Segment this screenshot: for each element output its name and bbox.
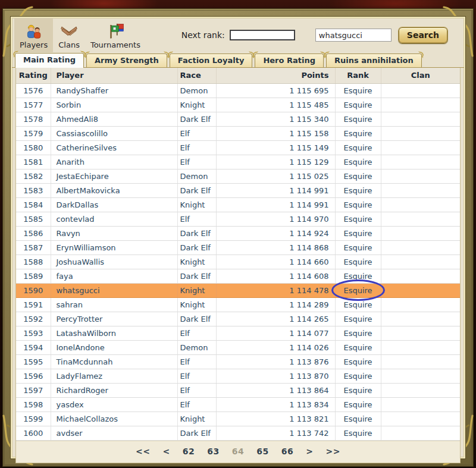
points-cell: 1 113 864: [216, 383, 335, 397]
race-cell: Elf: [177, 126, 216, 140]
tab-ruins-annihilation[interactable]: Ruins annihilation: [326, 54, 422, 67]
clan-cell: [381, 312, 460, 326]
points-cell: 1 115 340: [216, 112, 335, 126]
page-link[interactable]: 65: [256, 447, 268, 456]
player-cell[interactable]: contevlad: [51, 212, 177, 226]
nav-item-players[interactable]: Players: [14, 18, 53, 52]
rating-cell: 1600: [16, 426, 51, 440]
rating-cell: 1594: [16, 340, 51, 354]
points-cell: 1 114 289: [216, 297, 335, 312]
nav-item-label: Players: [20, 40, 48, 49]
player-cell[interactable]: LadyFlamez: [51, 369, 177, 383]
page-link[interactable]: <: [163, 447, 170, 456]
race-cell: Knight: [177, 197, 216, 212]
clan-cell: [381, 283, 460, 297]
rating-cell: 1589: [16, 269, 51, 283]
table-row: 1593LatashaWilbornElf1 114 077Esquire: [16, 326, 460, 340]
race-cell: Elf: [177, 155, 216, 169]
player-cell[interactable]: Ravyn: [51, 226, 177, 240]
column-header-clan: Clan: [381, 68, 460, 83]
points-cell: 1 114 970: [216, 212, 335, 226]
points-cell: 1 115 025: [216, 169, 335, 183]
pagination: <<<6263646566>>>: [16, 441, 460, 463]
table-row: 1578AhmedAli8Dark Elf1 115 340Esquire: [16, 112, 460, 126]
player-cell[interactable]: JoshuaWallis: [51, 255, 177, 269]
nav-item-tournaments[interactable]: Tournaments: [85, 18, 146, 52]
rank-cell: Esquire: [335, 369, 381, 383]
points-cell: 1 115 485: [216, 98, 335, 112]
points-cell: 1 114 077: [216, 326, 335, 340]
rating-cell: 1588: [16, 255, 51, 269]
player-cell[interactable]: sahran: [51, 297, 177, 312]
player-cell[interactable]: TinaMcdunnah: [51, 354, 177, 369]
clan-cell: [381, 226, 460, 240]
table-row: 1587ErynWilliamsonDark Elf1 114 868Esqui…: [16, 240, 460, 255]
player-cell[interactable]: Cassiascolillo: [51, 126, 177, 140]
player-cell[interactable]: RandyShaffer: [51, 83, 177, 98]
points-cell: 1 114 868: [216, 240, 335, 255]
page-link[interactable]: 63: [207, 447, 219, 456]
player-cell[interactable]: Anarith: [51, 155, 177, 169]
rank-cell: Esquire: [335, 397, 381, 412]
nav-item-clans[interactable]: Clans: [53, 18, 85, 52]
rank-cell: Esquire: [335, 126, 381, 140]
player-cell[interactable]: whatsgucci: [51, 283, 177, 297]
points-cell: 1 115 129: [216, 155, 335, 169]
table-row: 1581AnarithElf1 115 129Esquire: [16, 155, 460, 169]
next-rank-input[interactable]: [230, 30, 295, 40]
table-row: 1598yasdexElf1 113 834Esquire: [16, 397, 460, 412]
tab-faction-loyalty[interactable]: Faction Loyalty: [170, 54, 253, 67]
page-link[interactable]: >: [306, 447, 313, 456]
table-row: 1589fayaDark Elf1 114 608Esquire: [16, 269, 460, 283]
rating-cell: 1579: [16, 126, 51, 140]
player-cell[interactable]: DarkDallas: [51, 197, 177, 212]
points-cell: 1 114 991: [216, 183, 335, 197]
nav-item-label: Clans: [58, 40, 80, 49]
player-cell[interactable]: LatashaWilborn: [51, 326, 177, 340]
player-cell[interactable]: PercyTrotter: [51, 312, 177, 326]
player-cell[interactable]: JestaEchipare: [51, 169, 177, 183]
tournaments-icon: [107, 22, 124, 40]
search-input[interactable]: [315, 29, 392, 42]
rank-cell: Esquire: [335, 140, 381, 155]
race-cell: Knight: [177, 297, 216, 312]
player-cell[interactable]: MichaelCollazos: [51, 412, 177, 426]
rank-cell: Esquire: [335, 98, 381, 112]
player-cell[interactable]: RichardRoger: [51, 383, 177, 397]
race-cell: Dark Elf: [177, 112, 216, 126]
tab-army-strength[interactable]: Army Strength: [86, 54, 167, 67]
player-cell[interactable]: IonelAndone: [51, 340, 177, 354]
player-cell[interactable]: ErynWilliamson: [51, 240, 177, 255]
race-cell: Dark Elf: [177, 226, 216, 240]
clan-cell: [381, 397, 460, 412]
player-cell[interactable]: yasdex: [51, 397, 177, 412]
player-cell[interactable]: CatherineSilves: [51, 140, 177, 155]
table-row: 1595TinaMcdunnahElf1 113 876Esquire: [16, 354, 460, 369]
player-cell[interactable]: Sorbin: [51, 98, 177, 112]
tab-hero-rating[interactable]: Hero Rating: [255, 54, 324, 67]
race-cell: Elf: [177, 369, 216, 383]
clan-cell: [381, 112, 460, 126]
page-link[interactable]: >>: [325, 447, 340, 456]
page-link[interactable]: 62: [183, 447, 195, 456]
toolbar: PlayersClansTournaments Next rank: Searc…: [12, 18, 464, 52]
player-cell[interactable]: avdser: [51, 426, 177, 440]
race-cell: Dark Elf: [177, 312, 216, 326]
points-cell: 1 113 876: [216, 354, 335, 369]
player-cell[interactable]: AhmedAli8: [51, 112, 177, 126]
column-header-points: Points: [216, 68, 335, 83]
player-cell[interactable]: faya: [51, 269, 177, 283]
page-link[interactable]: <<: [136, 447, 150, 456]
next-rank-label: Next rank:: [181, 30, 225, 40]
rank-cell: Esquire: [335, 269, 381, 283]
race-cell: Elf: [177, 354, 216, 369]
player-cell[interactable]: AlbertMakovicka: [51, 183, 177, 197]
rating-cell: 1576: [16, 83, 51, 98]
clan-cell: [381, 426, 460, 440]
search-button[interactable]: Search: [399, 27, 447, 43]
table-row: 1579CassiascolilloElf1 115 158Esquire: [16, 126, 460, 140]
table-row: 1599MichaelCollazosKnight1 113 821Esquir…: [16, 412, 460, 426]
tab-main-rating[interactable]: Main Rating: [15, 53, 84, 68]
rating-cell: 1584: [16, 197, 51, 212]
page-link[interactable]: 66: [281, 447, 293, 456]
